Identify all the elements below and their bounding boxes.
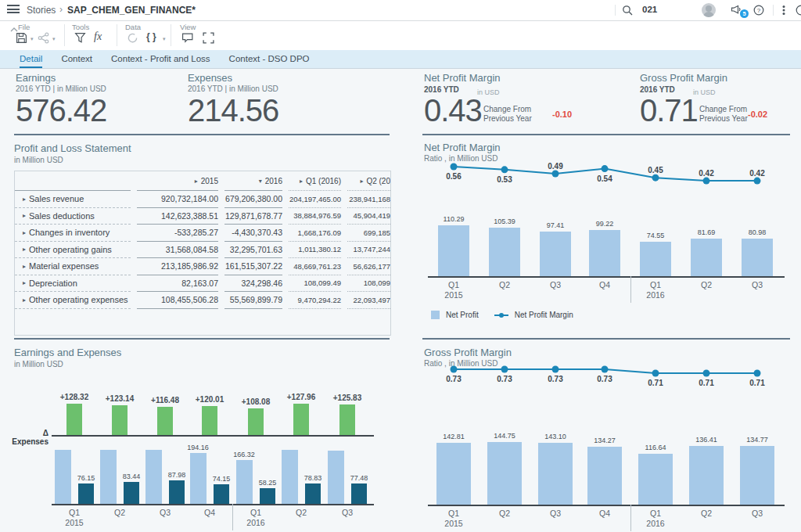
- pnl-cell[interactable]: 108,455,506.28: [137, 292, 218, 309]
- pnl-column-header[interactable]: ▸Q2 (20: [347, 171, 390, 191]
- pnl-row-label[interactable]: ▸Other operating expenses: [15, 292, 131, 309]
- pnl-cell[interactable]: 48,669,761.23: [289, 258, 341, 275]
- delta-expenses-bar[interactable]: [112, 405, 128, 435]
- pnl-cell[interactable]: 82,163.07: [137, 275, 218, 293]
- pnl-column-header[interactable]: ▾2016: [224, 171, 282, 191]
- refresh-icon[interactable]: [127, 32, 138, 44]
- line-data-point[interactable]: [602, 366, 609, 373]
- pnl-cell[interactable]: 45,904,419: [347, 208, 390, 225]
- bar-value-label: 87.98: [153, 471, 200, 479]
- line-data-point[interactable]: [451, 366, 458, 373]
- tab-context[interactable]: Context: [61, 50, 92, 68]
- expenses-bar[interactable]: [169, 480, 185, 504]
- pnl-cell[interactable]: 129,871,678.77: [224, 208, 282, 225]
- line-data-point[interactable]: [754, 370, 761, 377]
- pnl-cell[interactable]: 1,668,176.09: [289, 225, 341, 242]
- delta-expenses-bar[interactable]: [157, 407, 173, 435]
- delta-expenses-bar[interactable]: [248, 408, 264, 435]
- share-icon[interactable]: [38, 32, 49, 44]
- filter-icon[interactable]: [74, 32, 86, 44]
- page-code[interactable]: 021: [642, 5, 657, 14]
- line-data-point[interactable]: [451, 164, 458, 171]
- pnl-cell[interactable]: 142,623,388.51: [137, 208, 218, 225]
- pnl-cell[interactable]: 161,515,307.22: [224, 258, 282, 275]
- x-axis-quarter-label: Q2: [687, 509, 726, 518]
- kebab-menu-icon[interactable]: [781, 5, 786, 16]
- pnl-column-header[interactable]: ▸2015: [137, 171, 218, 191]
- line-data-point[interactable]: [552, 366, 559, 373]
- delta-expenses-bar[interactable]: [66, 404, 82, 435]
- search-icon[interactable]: [622, 5, 633, 16]
- line-data-point[interactable]: [501, 166, 508, 173]
- fullscreen-icon[interactable]: [203, 32, 214, 44]
- formula-icon[interactable]: fx: [94, 31, 102, 43]
- pnl-cell[interactable]: 213,185,986.92: [137, 258, 218, 275]
- expenses-bar[interactable]: [305, 483, 321, 504]
- line-data-point[interactable]: [652, 370, 659, 377]
- tab-context-profit-and-loss[interactable]: Context - Profit and Loss: [111, 50, 210, 68]
- kpi-gross-profit-margin[interactable]: Gross Profit Margin 2016 YTD in USD 0.71…: [638, 72, 795, 135]
- pnl-row-label[interactable]: ▸Material expenses: [15, 258, 131, 275]
- clipped-edge-icon[interactable]: [796, 5, 801, 16]
- breadcrumb[interactable]: Stories: [27, 5, 56, 16]
- pnl-cell[interactable]: 238,941,168: [347, 191, 390, 208]
- pnl-row-label[interactable]: ▸Other operating gains: [15, 242, 131, 259]
- pnl-column-header[interactable]: [15, 171, 131, 191]
- pnl-cell[interactable]: 324,298.46: [224, 275, 282, 293]
- pnl-cell[interactable]: 1,011,380.12: [289, 242, 341, 259]
- expenses-bar[interactable]: [214, 484, 229, 504]
- pnl-cell[interactable]: 679,206,380.00: [224, 191, 282, 208]
- pnl-cell[interactable]: 108,099: [347, 275, 390, 293]
- pnl-cell[interactable]: 32,295,701.63: [224, 242, 282, 259]
- line-data-point[interactable]: [501, 366, 508, 373]
- pnl-row-label[interactable]: ▸Sales revenue: [15, 191, 131, 208]
- kpi-net-profit-margin[interactable]: Net Profit Margin 2016 YTD in USD 0.43 C…: [422, 72, 634, 135]
- line-data-point[interactable]: [602, 165, 609, 172]
- pnl-cell[interactable]: 31,568,084.58: [137, 242, 218, 259]
- pnl-cell[interactable]: 55,569,899.79: [224, 292, 282, 309]
- pnl-column-header[interactable]: ▸Q1 (2016): [289, 171, 341, 191]
- pnl-cell[interactable]: -533,285.27: [137, 225, 218, 242]
- pnl-row-label[interactable]: ▸Sales deductions: [15, 208, 131, 225]
- pnl-header-row: ▸2015▾2016▸Q1 (2016)▸Q2 (20: [15, 171, 390, 191]
- kpi-earnings[interactable]: Earnings 2016 YTD | in Million USD 576.4…: [14, 72, 178, 135]
- pnl-row-label[interactable]: ▸Depreciation: [15, 275, 131, 293]
- braces-dropdown-caret-icon[interactable]: ▾: [163, 36, 166, 42]
- pnl-cell[interactable]: 38,884,976.59: [289, 208, 341, 225]
- pnl-cell[interactable]: 9,470,294.22: [289, 292, 341, 309]
- delta-expenses-bar[interactable]: [293, 404, 309, 435]
- save-icon[interactable]: [16, 32, 27, 44]
- expenses-bar[interactable]: [78, 483, 94, 504]
- expenses-bar[interactable]: [351, 483, 367, 504]
- legend-label: Net Profit Margin: [515, 311, 573, 319]
- line-data-point[interactable]: [703, 370, 710, 377]
- delta-expenses-bar[interactable]: [202, 406, 217, 435]
- pnl-cell[interactable]: 56,626,177: [347, 258, 390, 275]
- pnl-cell[interactable]: 920,732,184.00: [137, 191, 218, 208]
- save-dropdown-caret-icon[interactable]: ▾: [31, 36, 34, 42]
- line-data-point[interactable]: [703, 178, 710, 185]
- line-data-point[interactable]: [552, 171, 559, 178]
- pnl-cell[interactable]: 22,093,497: [347, 292, 390, 309]
- expenses-bar[interactable]: [124, 482, 139, 504]
- delta-expenses-bar[interactable]: [339, 404, 355, 435]
- pnl-cell[interactable]: -4,430,370.43: [224, 225, 282, 242]
- line-data-point[interactable]: [652, 174, 659, 182]
- pnl-cell[interactable]: 13,747,244: [347, 242, 390, 259]
- pnl-cell[interactable]: 699,185: [347, 225, 390, 242]
- help-icon[interactable]: ?: [753, 5, 764, 16]
- tab-detail[interactable]: Detail: [20, 50, 42, 68]
- expenses-bar[interactable]: [260, 488, 275, 504]
- comment-icon[interactable]: [181, 32, 194, 44]
- avatar[interactable]: [702, 3, 716, 17]
- kpi-expenses[interactable]: Expenses 2016 YTD | in Million USD 214.5…: [186, 72, 350, 135]
- tab-context-dso-dpo[interactable]: Context - DSO DPO: [229, 50, 310, 68]
- line-data-point[interactable]: [754, 178, 761, 185]
- share-dropdown-caret-icon[interactable]: ▾: [52, 36, 56, 42]
- x-axis-quarter-label: Q3: [738, 280, 777, 289]
- pnl-row-label[interactable]: ▸Changes in inventory: [15, 225, 131, 242]
- menu-icon[interactable]: [7, 5, 20, 15]
- pnl-cell[interactable]: 204,197,465.00: [289, 191, 341, 208]
- braces-icon[interactable]: { }: [146, 31, 156, 42]
- pnl-cell[interactable]: 108,099.49: [289, 275, 341, 293]
